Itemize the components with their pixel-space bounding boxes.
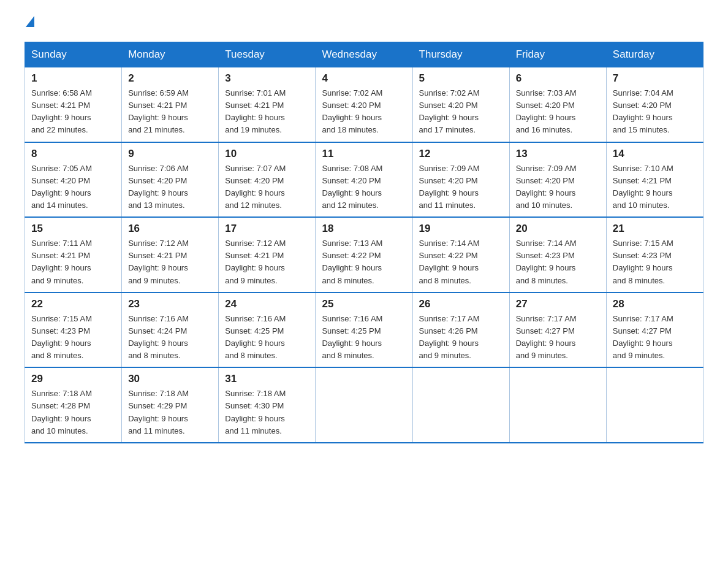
day-number: 22	[31, 298, 115, 310]
calendar-cell: 31 Sunrise: 7:18 AM Sunset: 4:30 PM Dayl…	[219, 367, 316, 443]
day-number: 14	[613, 148, 697, 160]
calendar-cell: 11 Sunrise: 7:08 AM Sunset: 4:20 PM Dayl…	[316, 142, 412, 218]
day-number: 23	[128, 298, 212, 310]
day-number: 4	[322, 72, 406, 85]
header-wednesday: Wednesday	[316, 42, 412, 67]
calendar-cell: 7 Sunrise: 7:04 AM Sunset: 4:20 PM Dayli…	[606, 67, 703, 142]
day-info: Sunrise: 7:02 AM Sunset: 4:20 PM Dayligh…	[419, 87, 503, 137]
day-info: Sunrise: 7:18 AM Sunset: 4:30 PM Dayligh…	[225, 388, 309, 437]
day-info: Sunrise: 7:16 AM Sunset: 4:25 PM Dayligh…	[225, 313, 309, 362]
day-info: Sunrise: 7:11 AM Sunset: 4:21 PM Dayligh…	[31, 237, 115, 287]
calendar-cell: 29 Sunrise: 7:18 AM Sunset: 4:28 PM Dayl…	[25, 367, 122, 443]
calendar-cell: 26 Sunrise: 7:17 AM Sunset: 4:26 PM Dayl…	[412, 293, 509, 368]
calendar-cell: 14 Sunrise: 7:10 AM Sunset: 4:21 PM Dayl…	[606, 142, 703, 218]
day-info: Sunrise: 7:12 AM Sunset: 4:21 PM Dayligh…	[128, 237, 212, 287]
day-info: Sunrise: 7:16 AM Sunset: 4:24 PM Dayligh…	[128, 313, 212, 362]
day-info: Sunrise: 7:02 AM Sunset: 4:20 PM Dayligh…	[322, 87, 406, 137]
calendar-cell	[509, 367, 606, 443]
calendar-cell	[412, 367, 509, 443]
day-number: 25	[322, 298, 406, 310]
day-number: 19	[419, 223, 503, 235]
calendar-cell: 21 Sunrise: 7:15 AM Sunset: 4:23 PM Dayl…	[606, 217, 703, 293]
header-row: SundayMondayTuesdayWednesdayThursdayFrid…	[25, 42, 703, 67]
day-number: 18	[322, 223, 406, 235]
day-number: 13	[516, 148, 600, 160]
calendar-cell: 30 Sunrise: 7:18 AM Sunset: 4:29 PM Dayl…	[122, 367, 219, 443]
header-monday: Monday	[122, 42, 219, 67]
calendar-cell: 23 Sunrise: 7:16 AM Sunset: 4:24 PM Dayl…	[122, 293, 219, 368]
day-number: 28	[613, 298, 697, 310]
header-thursday: Thursday	[412, 42, 509, 67]
day-info: Sunrise: 7:17 AM Sunset: 4:27 PM Dayligh…	[516, 313, 600, 362]
day-info: Sunrise: 7:03 AM Sunset: 4:20 PM Dayligh…	[516, 87, 600, 137]
calendar-cell: 2 Sunrise: 6:59 AM Sunset: 4:21 PM Dayli…	[122, 67, 219, 142]
day-info: Sunrise: 7:14 AM Sunset: 4:23 PM Dayligh…	[516, 237, 600, 287]
day-info: Sunrise: 7:06 AM Sunset: 4:20 PM Dayligh…	[128, 163, 212, 212]
day-info: Sunrise: 7:17 AM Sunset: 4:26 PM Dayligh…	[419, 313, 503, 362]
day-info: Sunrise: 7:09 AM Sunset: 4:20 PM Dayligh…	[516, 163, 600, 212]
day-info: Sunrise: 7:01 AM Sunset: 4:21 PM Dayligh…	[225, 87, 309, 137]
day-number: 16	[128, 223, 212, 235]
calendar-cell: 8 Sunrise: 7:05 AM Sunset: 4:20 PM Dayli…	[25, 142, 122, 218]
day-info: Sunrise: 7:12 AM Sunset: 4:21 PM Dayligh…	[225, 237, 309, 287]
week-row-5: 29 Sunrise: 7:18 AM Sunset: 4:28 PM Dayl…	[25, 367, 703, 443]
day-number: 3	[225, 72, 309, 85]
day-number: 7	[613, 72, 697, 85]
day-info: Sunrise: 7:08 AM Sunset: 4:20 PM Dayligh…	[322, 163, 406, 212]
day-number: 6	[516, 72, 600, 85]
day-info: Sunrise: 7:04 AM Sunset: 4:20 PM Dayligh…	[613, 87, 697, 137]
day-number: 12	[419, 148, 503, 160]
day-number: 31	[225, 373, 309, 385]
day-number: 8	[31, 148, 115, 160]
calendar-cell: 17 Sunrise: 7:12 AM Sunset: 4:21 PM Dayl…	[219, 217, 316, 293]
logo	[25, 18, 34, 29]
week-row-1: 1 Sunrise: 6:58 AM Sunset: 4:21 PM Dayli…	[25, 67, 703, 142]
calendar-cell: 9 Sunrise: 7:06 AM Sunset: 4:20 PM Dayli…	[122, 142, 219, 218]
week-row-3: 15 Sunrise: 7:11 AM Sunset: 4:21 PM Dayl…	[25, 217, 703, 293]
calendar-cell: 16 Sunrise: 7:12 AM Sunset: 4:21 PM Dayl…	[122, 217, 219, 293]
header-tuesday: Tuesday	[219, 42, 316, 67]
day-number: 24	[225, 298, 309, 310]
calendar-cell	[606, 367, 703, 443]
calendar-cell: 5 Sunrise: 7:02 AM Sunset: 4:20 PM Dayli…	[412, 67, 509, 142]
day-info: Sunrise: 7:15 AM Sunset: 4:23 PM Dayligh…	[613, 237, 697, 287]
week-row-4: 22 Sunrise: 7:15 AM Sunset: 4:23 PM Dayl…	[25, 293, 703, 368]
day-info: Sunrise: 7:10 AM Sunset: 4:21 PM Dayligh…	[613, 163, 697, 212]
calendar-cell: 24 Sunrise: 7:16 AM Sunset: 4:25 PM Dayl…	[219, 293, 316, 368]
day-number: 17	[225, 223, 309, 235]
calendar-cell: 27 Sunrise: 7:17 AM Sunset: 4:27 PM Dayl…	[509, 293, 606, 368]
day-info: Sunrise: 7:16 AM Sunset: 4:25 PM Dayligh…	[322, 313, 406, 362]
calendar-cell: 13 Sunrise: 7:09 AM Sunset: 4:20 PM Dayl…	[509, 142, 606, 218]
calendar-cell: 12 Sunrise: 7:09 AM Sunset: 4:20 PM Dayl…	[412, 142, 509, 218]
calendar-cell: 10 Sunrise: 7:07 AM Sunset: 4:20 PM Dayl…	[219, 142, 316, 218]
day-info: Sunrise: 7:18 AM Sunset: 4:28 PM Dayligh…	[31, 388, 115, 437]
day-number: 29	[31, 373, 115, 385]
day-number: 9	[128, 148, 212, 160]
calendar-cell	[316, 367, 412, 443]
day-info: Sunrise: 6:58 AM Sunset: 4:21 PM Dayligh…	[31, 87, 115, 137]
day-number: 5	[419, 72, 503, 85]
day-number: 27	[516, 298, 600, 310]
day-info: Sunrise: 7:15 AM Sunset: 4:23 PM Dayligh…	[31, 313, 115, 362]
calendar-cell: 15 Sunrise: 7:11 AM Sunset: 4:21 PM Dayl…	[25, 217, 122, 293]
day-number: 1	[31, 72, 115, 85]
day-info: Sunrise: 7:18 AM Sunset: 4:29 PM Dayligh…	[128, 388, 212, 437]
calendar-cell: 28 Sunrise: 7:17 AM Sunset: 4:27 PM Dayl…	[606, 293, 703, 368]
day-info: Sunrise: 7:05 AM Sunset: 4:20 PM Dayligh…	[31, 163, 115, 212]
calendar-cell: 6 Sunrise: 7:03 AM Sunset: 4:20 PM Dayli…	[509, 67, 606, 142]
header-saturday: Saturday	[606, 42, 703, 67]
calendar-cell: 22 Sunrise: 7:15 AM Sunset: 4:23 PM Dayl…	[25, 293, 122, 368]
day-info: Sunrise: 7:14 AM Sunset: 4:22 PM Dayligh…	[419, 237, 503, 287]
calendar-cell: 1 Sunrise: 6:58 AM Sunset: 4:21 PM Dayli…	[25, 67, 122, 142]
page-header	[25, 18, 703, 29]
day-number: 30	[128, 373, 212, 385]
day-number: 15	[31, 223, 115, 235]
day-number: 21	[613, 223, 697, 235]
calendar-table: SundayMondayTuesdayWednesdayThursdayFrid…	[25, 42, 703, 443]
calendar-cell: 25 Sunrise: 7:16 AM Sunset: 4:25 PM Dayl…	[316, 293, 412, 368]
day-number: 26	[419, 298, 503, 310]
calendar-cell: 4 Sunrise: 7:02 AM Sunset: 4:20 PM Dayli…	[316, 67, 412, 142]
day-info: Sunrise: 7:13 AM Sunset: 4:22 PM Dayligh…	[322, 237, 406, 287]
calendar-cell: 19 Sunrise: 7:14 AM Sunset: 4:22 PM Dayl…	[412, 217, 509, 293]
calendar-cell: 20 Sunrise: 7:14 AM Sunset: 4:23 PM Dayl…	[509, 217, 606, 293]
